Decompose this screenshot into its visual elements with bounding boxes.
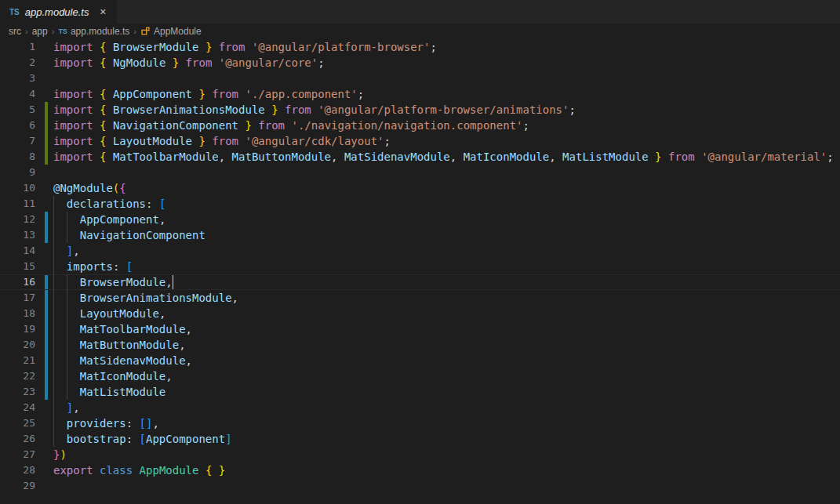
line-number[interactable]: 5 [0, 102, 35, 118]
line-number[interactable]: 29 [0, 478, 35, 494]
indent-guide [53, 227, 54, 243]
code-line[interactable]: 17 BrowserAnimationsModule, [0, 290, 840, 306]
gutter [35, 180, 53, 196]
line-number[interactable]: 25 [0, 415, 35, 431]
line-number[interactable]: 12 [0, 212, 35, 227]
line-number[interactable]: 28 [0, 462, 35, 478]
git-modified-indicator[interactable] [45, 306, 48, 321]
git-modified-indicator[interactable] [45, 212, 48, 227]
code-line[interactable]: 21 MatSidenavModule, [0, 353, 840, 368]
code-line[interactable]: 11 declarations: [ [0, 196, 840, 212]
chevron-right-icon: › [52, 27, 55, 36]
line-number[interactable]: 19 [0, 321, 35, 337]
line-number[interactable]: 15 [0, 259, 35, 274]
code-text: providers: [], [53, 415, 840, 431]
code-line[interactable]: 19 MatToolbarModule, [0, 321, 840, 337]
git-modified-indicator[interactable] [45, 384, 48, 400]
chevron-right-icon: › [133, 27, 136, 36]
close-tab-icon[interactable]: × [96, 5, 109, 18]
git-added-indicator[interactable] [45, 149, 48, 165]
breadcrumb-item-app-module-ts[interactable]: TSapp.module.ts [58, 26, 129, 37]
gutter [35, 118, 53, 133]
code-line[interactable]: 6import { NavigationComponent } from './… [0, 118, 840, 133]
code-line[interactable]: 24 ], [0, 400, 840, 415]
line-number[interactable]: 18 [0, 306, 35, 321]
code-text: bootstrap: [AppComponent] [53, 431, 840, 447]
git-added-indicator[interactable] [45, 133, 48, 149]
code-line[interactable]: 1import { BrowserModule } from '@angular… [0, 39, 840, 55]
gutter [35, 55, 53, 71]
git-added-indicator[interactable] [45, 102, 48, 118]
code-line[interactable]: 29 [0, 478, 840, 494]
line-number[interactable]: 11 [0, 196, 35, 212]
code-line[interactable]: 15 imports: [ [0, 259, 840, 274]
code-line[interactable]: 20 MatButtonModule, [0, 337, 840, 353]
git-modified-indicator[interactable] [45, 368, 48, 384]
line-number[interactable]: 22 [0, 368, 35, 384]
line-number[interactable]: 23 [0, 384, 35, 400]
gutter [35, 337, 53, 353]
line-number[interactable]: 3 [0, 71, 35, 86]
code-text: ], [53, 243, 840, 259]
code-line[interactable]: 9 [0, 165, 840, 180]
code-line[interactable]: 5import { BrowserAnimationsModule } from… [0, 102, 840, 118]
code-line[interactable]: 22 MatIconModule, [0, 368, 840, 384]
breadcrumb-label: app.module.ts [71, 26, 129, 37]
git-modified-indicator[interactable] [45, 353, 48, 368]
line-number[interactable]: 2 [0, 55, 35, 71]
line-number[interactable]: 27 [0, 447, 35, 462]
tab-app-module-ts[interactable]: TS app.module.ts × [0, 0, 118, 24]
line-number[interactable]: 10 [0, 180, 35, 196]
line-number[interactable]: 4 [0, 86, 35, 102]
code-line[interactable]: 8import { MatToolbarModule, MatButtonMod… [0, 149, 840, 165]
line-number[interactable]: 21 [0, 353, 35, 368]
code-line[interactable]: 7import { LayoutModule } from '@angular/… [0, 133, 840, 149]
code-line[interactable]: 4import { AppComponent } from './app.com… [0, 86, 840, 102]
git-modified-indicator[interactable] [45, 321, 48, 337]
line-number[interactable]: 20 [0, 337, 35, 353]
code-line[interactable]: 23 MatListModule [0, 384, 840, 400]
code-line[interactable]: 2import { NgModule } from '@angular/core… [0, 55, 840, 71]
breadcrumb-item-app[interactable]: app [32, 26, 48, 37]
line-number[interactable]: 13 [0, 227, 35, 243]
code-line[interactable]: 10@NgModule({ [0, 180, 840, 196]
line-number[interactable]: 24 [0, 400, 35, 415]
gutter [35, 71, 53, 86]
line-number[interactable]: 7 [0, 133, 35, 149]
indent-guide [53, 353, 54, 368]
breadcrumb-item-appmodule[interactable]: AppModule [140, 26, 202, 37]
code-line[interactable]: 14 ], [0, 243, 840, 259]
indent-guide [53, 274, 54, 290]
code-line[interactable]: 27}) [0, 447, 840, 462]
code-line[interactable]: 3 [0, 71, 840, 86]
git-modified-indicator[interactable] [45, 290, 48, 306]
indent-guide [67, 212, 67, 227]
line-number[interactable]: 8 [0, 149, 35, 165]
breadcrumb-label: AppModule [154, 26, 202, 37]
code-line[interactable]: 16 BrowserModule, [0, 274, 840, 290]
git-modified-indicator[interactable] [45, 274, 48, 290]
git-modified-indicator[interactable] [45, 337, 48, 353]
code-text: import { BrowserAnimationsModule } from … [53, 102, 840, 118]
gutter [35, 447, 53, 462]
code-line[interactable]: 26 bootstrap: [AppComponent] [0, 431, 840, 447]
breadcrumb-item-src[interactable]: src [9, 26, 21, 37]
git-modified-indicator[interactable] [45, 227, 48, 243]
code-editor[interactable]: 1import { BrowserModule } from '@angular… [0, 38, 840, 494]
line-number[interactable]: 14 [0, 243, 35, 259]
code-line[interactable]: 18 LayoutModule, [0, 306, 840, 321]
code-text: MatIconModule, [53, 368, 840, 384]
gutter [35, 274, 53, 290]
code-line[interactable]: 28export class AppModule { } [0, 462, 840, 478]
code-line[interactable]: 13 NavigationComponent [0, 227, 840, 243]
line-number[interactable]: 26 [0, 431, 35, 447]
git-added-indicator[interactable] [45, 118, 48, 133]
line-number[interactable]: 6 [0, 118, 35, 133]
code-line[interactable]: 25 providers: [], [0, 415, 840, 431]
code-text: ], [53, 400, 840, 415]
line-number[interactable]: 1 [0, 39, 35, 55]
line-number[interactable]: 9 [0, 165, 35, 180]
code-line[interactable]: 12 AppComponent, [0, 212, 840, 227]
line-number[interactable]: 16 [0, 274, 35, 290]
line-number[interactable]: 17 [0, 290, 35, 306]
